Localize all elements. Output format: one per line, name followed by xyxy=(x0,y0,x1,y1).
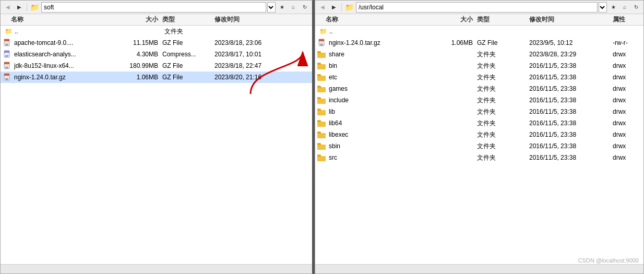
file-name: src xyxy=(329,154,337,161)
file-name: share xyxy=(329,51,344,58)
right-file-row[interactable]: etc 文件夹 2016/11/5, 23:38 drwx xyxy=(315,72,643,83)
left-path-bar[interactable]: soft xyxy=(41,2,266,13)
svg-text:GZ: GZ xyxy=(320,43,323,46)
right-path-text: /usr/local xyxy=(359,4,384,11)
right-up-label: .. xyxy=(329,28,333,35)
file-type: GZ File xyxy=(162,62,214,69)
file-type: GZ File xyxy=(477,39,529,46)
file-name: nginx-1.24.0.tar.gz xyxy=(329,39,380,46)
file-name: etc xyxy=(329,74,337,81)
right-file-row[interactable]: src 文件夹 2016/11/5, 23:38 drwx xyxy=(315,152,643,163)
right-file-row[interactable]: libexec 文件夹 2016/11/5, 23:38 drwx xyxy=(315,129,643,140)
left-up-label: .. xyxy=(15,28,18,35)
file-name: games xyxy=(329,85,348,92)
file-attr: drwx xyxy=(613,85,643,92)
svg-text:GZ: GZ xyxy=(5,66,8,69)
right-up-row[interactable]: 📁 .. xyxy=(315,26,643,37)
file-size: 1.06MB xyxy=(430,39,477,46)
left-up-type: 文件夹 xyxy=(164,27,217,36)
file-attr: drwx xyxy=(613,142,643,150)
right-refresh-button[interactable]: ↻ xyxy=(631,2,641,13)
forward-button[interactable]: ▶ xyxy=(14,2,25,13)
right-file-row[interactable]: GZ nginx-1.24.0.tar.gz 1.06MB GZ File 20… xyxy=(315,37,643,49)
left-toolbar-icons: ★ ⌂ ↻ xyxy=(277,2,310,13)
right-file-list: 📁 .. GZ nginx-1.24.0.tar.gz 1.06MB xyxy=(315,26,643,264)
file-name: sbin xyxy=(329,142,340,150)
svg-rect-13 xyxy=(319,39,324,41)
folder-file-icon xyxy=(317,142,327,150)
folder-file-icon xyxy=(317,97,327,104)
right-up-folder-icon: 📁 xyxy=(319,28,327,35)
left-up-row[interactable]: 📁 .. 文件夹 xyxy=(1,26,312,37)
file-mtime: 2023/9/5, 10:12 xyxy=(529,39,613,46)
file-type: 文件夹 xyxy=(477,153,529,162)
left-file-row[interactable]: GZ jdk-8u152-linux-x64... 180.99MB GZ Fi… xyxy=(1,60,312,72)
file-type: 文件夹 xyxy=(477,50,529,59)
file-name: nginx-1.24.0.tar.gz xyxy=(14,74,66,81)
file-attr: -rw-r- xyxy=(613,39,643,46)
file-name: bin xyxy=(329,62,337,69)
file-mtime: 2023/8/28, 23:29 xyxy=(529,51,613,58)
left-column-headers: 名称 大小 类型 修改时间 xyxy=(1,14,312,26)
file-mtime: 2016/11/5, 23:38 xyxy=(529,108,613,115)
file-mtime: 2016/11/5, 23:38 xyxy=(529,131,613,138)
right-file-row[interactable]: sbin 文件夹 2016/11/5, 23:38 drwx xyxy=(315,140,643,152)
left-file-row[interactable]: ZIP elasticsearch-analys... 4.30MB Compr… xyxy=(1,49,312,60)
left-col-name: 名称 xyxy=(1,15,115,24)
right-path-bar[interactable]: /usr/local xyxy=(356,2,598,13)
right-file-row[interactable]: games 文件夹 2016/11/5, 23:38 drwx xyxy=(315,83,643,94)
right-file-row[interactable]: lib64 文件夹 2016/11/5, 23:38 drwx xyxy=(315,117,643,129)
left-file-row[interactable]: GZ apache-tomcat-9.0.... 11.15MB GZ File… xyxy=(1,37,312,49)
file-type: 文件夹 xyxy=(477,73,529,82)
folder-icon: 📁 xyxy=(30,3,39,11)
right-col-mtime: 修改时间 xyxy=(529,15,613,24)
file-mtime: 2023/8/17, 10:01 xyxy=(214,51,298,58)
file-type: 文件夹 xyxy=(477,142,529,151)
right-file-row[interactable]: share 文件夹 2023/8/28, 23:29 drwx xyxy=(315,49,643,60)
right-back-button[interactable]: ◀ xyxy=(317,2,328,13)
folder-file-icon xyxy=(317,62,327,69)
back-button[interactable]: ◀ xyxy=(3,2,13,13)
home-button[interactable]: ⌂ xyxy=(288,2,299,13)
right-path-dropdown[interactable]: ▼ xyxy=(599,2,607,13)
file-attr: drwx xyxy=(613,154,643,161)
gz-file-icon: GZ xyxy=(3,39,12,47)
left-col-type: 类型 xyxy=(162,15,214,24)
right-file-row[interactable]: include 文件夹 2016/11/5, 23:38 drwx xyxy=(315,94,643,106)
refresh-button[interactable]: ↻ xyxy=(300,2,310,13)
file-mtime: 2016/11/5, 23:38 xyxy=(529,85,613,92)
folder-file-icon xyxy=(317,154,327,161)
right-file-row[interactable]: bin 文件夹 2016/11/5, 23:38 drwx xyxy=(315,60,643,72)
left-file-row[interactable]: GZ nginx-1.24.0.tar.gz 1.06MB GZ File 20… xyxy=(1,72,312,83)
left-bottom-bar xyxy=(1,264,312,273)
right-folder-icon: 📁 xyxy=(345,3,354,11)
file-type: 文件夹 xyxy=(477,96,529,105)
svg-rect-10 xyxy=(4,74,9,76)
file-size: 180.99MB xyxy=(115,62,162,69)
right-home-button[interactable]: ⌂ xyxy=(619,2,630,13)
gz-file-icon: GZ xyxy=(317,39,327,47)
left-col-size: 大小 xyxy=(115,15,162,24)
right-bookmark-button[interactable]: ★ xyxy=(608,2,618,13)
bookmark-button[interactable]: ★ xyxy=(277,2,287,13)
left-files-container: GZ apache-tomcat-9.0.... 11.15MB GZ File… xyxy=(1,37,312,83)
file-type: 文件夹 xyxy=(477,130,529,139)
file-size: 11.15MB xyxy=(115,39,162,46)
file-name: elasticsearch-analys... xyxy=(14,51,76,58)
right-file-pane: ◀ ▶ 📁 /usr/local ▼ ★ ⌂ ↻ 名称 大小 类型 修改时间 属… xyxy=(315,0,644,274)
file-name: jdk-8u152-linux-x64... xyxy=(14,62,74,69)
svg-rect-7 xyxy=(4,62,9,64)
folder-file-icon xyxy=(317,131,327,138)
left-file-list: 📁 .. 文件夹 GZ apache-tomcat-9.0.... 11.15 xyxy=(1,26,312,264)
file-mtime: 2016/11/5, 23:38 xyxy=(529,62,613,69)
left-path-dropdown[interactable]: ▼ xyxy=(267,2,276,13)
file-type: 文件夹 xyxy=(477,62,529,70)
right-col-name: 名称 xyxy=(315,15,430,24)
file-type: GZ File xyxy=(162,74,214,81)
folder-file-icon xyxy=(317,51,327,58)
right-toolbar-icons: ★ ⌂ ↻ xyxy=(608,2,641,13)
right-forward-button[interactable]: ▶ xyxy=(329,2,339,13)
folder-file-icon xyxy=(317,85,327,92)
right-file-row[interactable]: lib 文件夹 2016/11/5, 23:38 drwx xyxy=(315,106,643,117)
left-toolbar: ◀ ▶ 📁 soft ▼ ★ ⌂ ↻ xyxy=(1,1,312,14)
